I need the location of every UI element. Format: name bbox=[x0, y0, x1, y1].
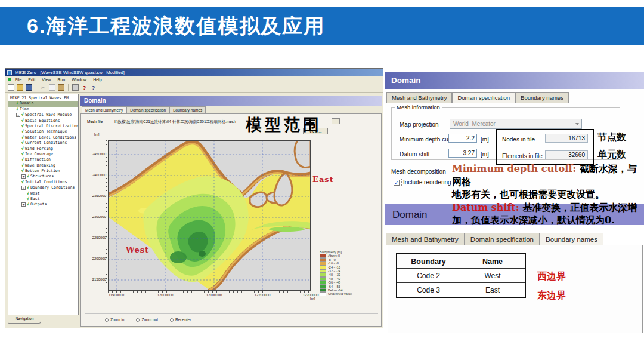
nodes-in-file-value: 16713 bbox=[545, 134, 588, 143]
tab-domain-specification[interactable]: Domain specification bbox=[465, 233, 540, 245]
window-titlebar[interactable]: MIKE Zero - [WaveSSE-WindSSW-quasi.sw - … bbox=[5, 69, 383, 76]
minimum-depth-cutoff-input[interactable]: -2.2 bbox=[448, 134, 477, 143]
mesh-file-path[interactable]: I:\数模\波浪\海南C21波浪计算\04-计算工况\海南C201工程细网格.m… bbox=[114, 119, 236, 125]
map-tool-radios: Zoom in Zoom out Recenter bbox=[105, 318, 191, 322]
west-boundary-annotation: West bbox=[126, 245, 149, 254]
tree-item-bottom-friction[interactable]: Bottom Friction bbox=[8, 168, 78, 174]
tab-boundary-names[interactable]: Boundary names bbox=[515, 92, 569, 103]
table-row: Code 2 West bbox=[397, 269, 525, 283]
tab-mesh-and-bathymetry[interactable]: Mesh and Bathymetry bbox=[386, 92, 452, 103]
legend-swatch bbox=[320, 292, 326, 296]
tree-item-initial-conditions[interactable]: Initial Conditions bbox=[8, 180, 78, 185]
divider bbox=[85, 313, 378, 314]
paste-icon[interactable] bbox=[58, 84, 64, 91]
bathymetry-legend: Bathymetry [m] Above 0 -8 - 0 -16 - -8 -… bbox=[320, 250, 352, 296]
y-tick-label: 2400000 bbox=[82, 173, 106, 177]
nodes-count-annotation: 节点数 bbox=[597, 131, 626, 144]
menu-file[interactable]: File bbox=[15, 76, 21, 83]
include-reordering-checkbox[interactable]: ✓ Include reordering bbox=[394, 179, 453, 186]
print-icon[interactable] bbox=[72, 84, 79, 91]
tree-item-spectral-wave-module[interactable]: Spectral Wave Module bbox=[8, 112, 78, 118]
tree-item-structures[interactable]: Structures bbox=[8, 174, 78, 179]
boundary-name-cell[interactable]: East bbox=[460, 283, 526, 298]
datum-shift-input[interactable]: 3.27 bbox=[448, 149, 477, 158]
zoom-in-radio[interactable]: Zoom in bbox=[105, 318, 124, 322]
tree-item-outputs[interactable]: Outputs bbox=[8, 202, 78, 207]
tree-item-spectral-discretization[interactable]: Spectral Discretization bbox=[8, 124, 78, 129]
recenter-radio[interactable]: Recenter bbox=[170, 318, 191, 322]
tree-item-ice-coverage[interactable]: Ice Coverage bbox=[8, 152, 78, 157]
about-icon[interactable]: ? bbox=[81, 84, 88, 91]
navigation-tab[interactable]: Navigation bbox=[8, 315, 41, 324]
tree-item-diffraction[interactable]: Diffraction bbox=[8, 157, 78, 162]
tab-mesh-and-bathymetry[interactable]: Mesh and Bathymetry bbox=[82, 106, 126, 113]
east-boundary-annotation: East bbox=[312, 175, 334, 184]
checkbox-checked-icon: ✓ bbox=[394, 180, 400, 186]
x-tick-label: 12000000 bbox=[152, 293, 178, 297]
navigation-tree: MIKE 21 Spectral Waves FM Domain Time Sp… bbox=[8, 94, 79, 315]
boundary-table: Boundary Name Code 2 West Code 3 East bbox=[396, 253, 526, 298]
copy-icon[interactable] bbox=[49, 84, 55, 91]
bathymetry-map-plot bbox=[108, 140, 311, 291]
domain-editor-panel: Domain Mesh and Bathymetry Domain specif… bbox=[80, 96, 382, 327]
tree-item-domain[interactable]: Domain bbox=[8, 101, 78, 106]
y-tick-label: 2350000 bbox=[82, 194, 106, 198]
collapse-icon[interactable] bbox=[21, 186, 26, 190]
collapse-icon[interactable] bbox=[16, 113, 20, 117]
expand-icon[interactable] bbox=[21, 202, 26, 207]
tab-boundary-names[interactable]: Boundary names bbox=[540, 233, 603, 245]
tree-item-root[interactable]: MIKE 21 Spectral Waves FM bbox=[8, 96, 78, 101]
tree-item-basic-equations[interactable]: Basic Equations bbox=[8, 118, 78, 124]
tab-bar: Mesh and Bathymetry Domain specification… bbox=[386, 91, 569, 103]
menubar: File Edit View Run Window Help bbox=[5, 76, 392, 83]
context-help-icon[interactable]: ? bbox=[90, 84, 97, 91]
panel-header: Domain bbox=[385, 72, 644, 89]
browse-button[interactable]: ... bbox=[332, 118, 340, 124]
menu-window[interactable]: Window bbox=[72, 76, 86, 83]
boundary-names-panel: Mesh and Bathymetry Domain specification… bbox=[385, 229, 644, 336]
legend-label: Undefined Value bbox=[328, 292, 352, 296]
model-range-annotation: 模型范围 bbox=[246, 114, 322, 136]
menu-help[interactable]: Help bbox=[93, 76, 101, 83]
y-axis-unit: [m] bbox=[94, 133, 99, 136]
tree-item-water-level-conditions[interactable]: Water Level Conditions bbox=[8, 135, 78, 140]
datum-shift-label: Datum shift bbox=[400, 151, 430, 158]
tab-domain-specification[interactable]: Domain specification bbox=[452, 92, 515, 103]
elements-in-file-label: Elements in file bbox=[502, 153, 543, 159]
radio-icon bbox=[105, 318, 109, 322]
open-folder-icon[interactable] bbox=[17, 84, 23, 91]
tree-item-wind-forcing[interactable]: Wind Forcing bbox=[8, 146, 78, 152]
minimum-depth-unit: [m] bbox=[481, 136, 489, 143]
menu-edit[interactable]: Edit bbox=[28, 76, 35, 83]
bathymetry-map[interactable]: West bbox=[108, 140, 311, 291]
save-icon[interactable] bbox=[26, 84, 32, 91]
tree-item-west[interactable]: West bbox=[8, 191, 78, 196]
map-projection-label: Map projection bbox=[400, 121, 439, 128]
tree-item-current-conditions[interactable]: Current Conditions bbox=[8, 140, 78, 146]
zoom-out-radio[interactable]: Zoom out bbox=[136, 318, 157, 322]
menu-run[interactable]: Run bbox=[57, 76, 65, 83]
tab-boundary-names[interactable]: Boundary names bbox=[169, 106, 206, 113]
map-projection-select[interactable]: World_Mercator bbox=[450, 119, 582, 129]
y-tick-label: 2200000 bbox=[82, 257, 106, 260]
tree-item-boundary-conditions[interactable]: Boundary Conditions bbox=[8, 185, 78, 190]
tab-bar: Mesh and Bathymetry Domain specification… bbox=[386, 231, 603, 245]
tree-item-wave-breaking[interactable]: Wave Breaking bbox=[8, 163, 78, 168]
new-document-icon[interactable] bbox=[8, 84, 14, 91]
annotation-term: Minimum depth cutoff: bbox=[452, 163, 576, 174]
menu-view[interactable]: View bbox=[42, 76, 51, 83]
x-axis-unit: [m] bbox=[310, 297, 315, 300]
toolbar-separator bbox=[68, 84, 69, 91]
tree-item-east[interactable]: East bbox=[8, 196, 78, 202]
expand-icon[interactable] bbox=[21, 174, 26, 179]
tab-domain-specification[interactable]: Domain specification bbox=[126, 106, 169, 113]
tab-mesh-and-bathymetry[interactable]: Mesh and Bathymetry bbox=[386, 233, 465, 245]
boundary-name-cell[interactable]: West bbox=[460, 269, 526, 283]
slide-title: 6.海洋工程波浪数值模拟及应用 bbox=[0, 7, 644, 44]
tree-item-time[interactable]: Time bbox=[8, 107, 78, 112]
tree-item-solution-technique[interactable]: Solution Technique bbox=[8, 129, 78, 134]
west-boundary-cn-annotation: 西边界 bbox=[537, 270, 566, 283]
y-tick-label: 2300000 bbox=[82, 215, 106, 219]
cut-icon[interactable]: ✂ bbox=[40, 84, 47, 91]
y-tick-label: 2250000 bbox=[82, 236, 106, 239]
